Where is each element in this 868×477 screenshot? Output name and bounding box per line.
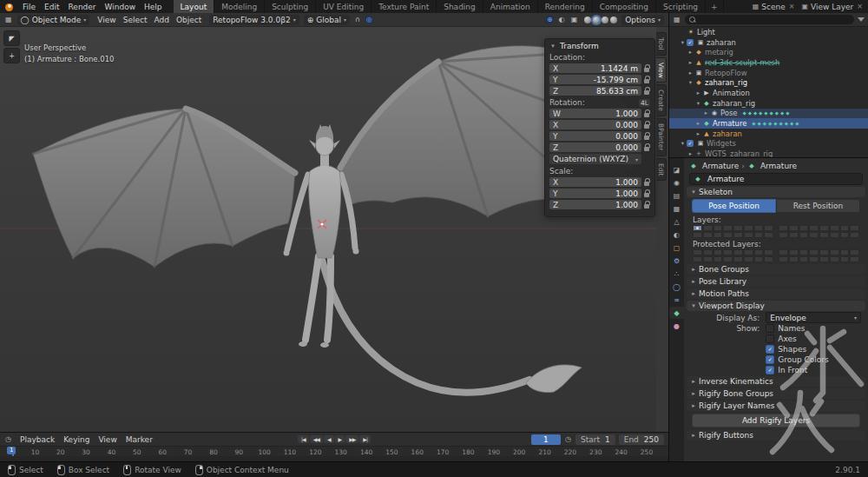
disclosure-toggle[interactable]: ▾: [694, 100, 702, 107]
lock-icon[interactable]: [644, 64, 650, 72]
collection-checkbox[interactable]: ✓: [687, 39, 694, 46]
names-checkbox[interactable]: [766, 324, 774, 333]
layer-cell[interactable]: [723, 256, 733, 262]
outliner-item-pose[interactable]: ▸◉Pose◆◆◆◆◆◆◆◆◆: [669, 109, 868, 119]
end-frame-field[interactable]: End 250: [619, 434, 664, 445]
lock-icon[interactable]: [644, 178, 650, 186]
outliner-item-metarig[interactable]: ▸◆metarig: [669, 47, 868, 57]
sidebar-tab-tool[interactable]: Tool: [656, 32, 667, 56]
properties-tab-constraints[interactable]: ∞: [669, 294, 684, 306]
snap-magnet-icon[interactable]: ∩: [354, 16, 361, 23]
layer-cell[interactable]: [723, 232, 733, 238]
properties-tab-physics[interactable]: ◯: [669, 281, 684, 293]
prev-keyframe-button[interactable]: ◀◀: [310, 435, 323, 443]
panel-motion-paths[interactable]: ▸Motion Paths: [687, 288, 865, 299]
layer-cell[interactable]: [809, 256, 819, 262]
disclosure-toggle[interactable]: ▸: [687, 59, 694, 66]
layer-cell[interactable]: [799, 256, 809, 262]
transform-orientation-dropdown[interactable]: ⊕ Global ▾: [304, 15, 350, 25]
scene-selector[interactable]: ▦ Scene ×: [753, 3, 795, 11]
location-x-field[interactable]: X1.1424 m: [549, 63, 641, 73]
layer-cell[interactable]: [799, 249, 809, 255]
workspace-tab-compositing[interactable]: Compositing: [593, 0, 656, 13]
xray-toggle-icon[interactable]: ▣: [570, 16, 579, 23]
outliner-item-wgts-zaharan-rig[interactable]: ▸+WGTS_zaharan_rig: [669, 149, 868, 158]
mode-dropdown[interactable]: ◯ Object Mode ▾: [17, 15, 90, 25]
layer-cell[interactable]: [703, 232, 713, 238]
layer-cell[interactable]: [744, 225, 753, 231]
layer-cell[interactable]: [754, 249, 764, 255]
layer-cell[interactable]: [744, 256, 753, 262]
options-dropdown[interactable]: Options ▾: [621, 15, 664, 25]
outliner-item-zaharan-rig[interactable]: ▾◆zaharan_rig: [669, 98, 868, 109]
layer-cell[interactable]: [850, 249, 859, 255]
play-reverse-button[interactable]: ◀: [324, 435, 334, 443]
layer-cell[interactable]: [713, 256, 723, 262]
layer-cell[interactable]: [830, 232, 839, 238]
properties-tab-material[interactable]: ●: [669, 320, 684, 332]
outliner-display-mode-icon[interactable]: ▦: [673, 16, 681, 23]
panel-skeleton[interactable]: ▾ Skeleton: [687, 187, 865, 197]
layer-cell[interactable]: [703, 249, 713, 255]
axes-checkbox[interactable]: [766, 335, 774, 343]
properties-tab-object-data[interactable]: ◆: [669, 307, 684, 319]
lock-icon[interactable]: [644, 143, 650, 151]
layer-cell[interactable]: [779, 225, 788, 231]
layer-cell[interactable]: [819, 225, 829, 231]
disclosure-toggle[interactable]: ▸: [702, 109, 710, 116]
layer-cell[interactable]: [789, 249, 799, 255]
layer-cell[interactable]: [789, 232, 799, 238]
timeline-menu-playback[interactable]: Playback: [16, 435, 59, 444]
layer-cell[interactable]: [830, 225, 839, 231]
layer-cell[interactable]: [744, 249, 753, 255]
layer-cell[interactable]: [789, 256, 799, 262]
outliner-item-light[interactable]: ☀Light: [669, 27, 868, 37]
layer-cell[interactable]: [819, 232, 829, 238]
layer-cell[interactable]: [713, 232, 723, 238]
workspace-tab-layout[interactable]: Layout: [174, 0, 215, 13]
playhead[interactable]: 1: [7, 447, 16, 454]
disclosure-toggle[interactable]: ▾: [687, 79, 694, 86]
timeline-editor-icon[interactable]: ◷: [4, 435, 12, 443]
overlays-toggle-icon[interactable]: ◐: [558, 16, 566, 23]
layer-cell[interactable]: [764, 249, 773, 255]
rotation-w-field[interactable]: W1.000: [549, 109, 641, 118]
properties-tab-tool[interactable]: ◪: [669, 163, 684, 176]
layer-cell[interactable]: [779, 249, 788, 255]
3d-viewport[interactable]: User Perspective (1) Armature : Bone.010…: [0, 27, 668, 432]
layer-cell[interactable]: [830, 256, 839, 262]
timeline-menu-view[interactable]: View: [94, 435, 121, 444]
menu-render[interactable]: Render: [64, 3, 101, 11]
sidebar-tab-bpainter[interactable]: BPainter: [656, 118, 667, 156]
add-workspace-button[interactable]: +: [706, 0, 724, 13]
workspace-tab-animation[interactable]: Animation: [483, 0, 538, 13]
layer-cell[interactable]: [799, 232, 809, 238]
layer-cell[interactable]: [840, 232, 850, 238]
in-front-checkbox[interactable]: ✓: [766, 366, 774, 374]
layer-cell[interactable]: [754, 232, 764, 238]
lock-icon[interactable]: [644, 109, 650, 117]
collection-checkbox[interactable]: ✓: [687, 140, 694, 147]
rendered-shading-icon[interactable]: [610, 17, 617, 23]
layer-cell[interactable]: [850, 256, 859, 262]
disclosure-toggle[interactable]: ▸: [687, 70, 694, 76]
cursor-tool-button[interactable]: +: [3, 48, 20, 63]
layer-cell[interactable]: [764, 256, 773, 262]
scale-x-field[interactable]: X1.000: [549, 177, 641, 187]
layer-cell[interactable]: [809, 225, 819, 231]
outliner-item-red-3dc-sculpt-mesh[interactable]: ▸▲red-3dc-sculpt-mesh: [669, 57, 868, 68]
layer-cell[interactable]: [723, 249, 733, 255]
lock-icon[interactable]: [644, 87, 650, 95]
layer-cell[interactable]: [703, 225, 713, 231]
layer-cell[interactable]: [693, 225, 702, 231]
layer-cell[interactable]: [779, 256, 788, 262]
workspace-tab-uv-editing[interactable]: UV Editing: [316, 0, 372, 13]
layer-cell[interactable]: [840, 249, 850, 255]
properties-tab-scene[interactable]: △: [669, 215, 684, 228]
menu-file[interactable]: File: [18, 3, 40, 11]
select-tool-button[interactable]: ◤: [3, 30, 20, 46]
layer-cell[interactable]: [733, 232, 743, 238]
layer-cell[interactable]: [799, 225, 809, 231]
shapes-checkbox[interactable]: ✓: [766, 345, 774, 354]
layer-cell[interactable]: [819, 249, 829, 255]
